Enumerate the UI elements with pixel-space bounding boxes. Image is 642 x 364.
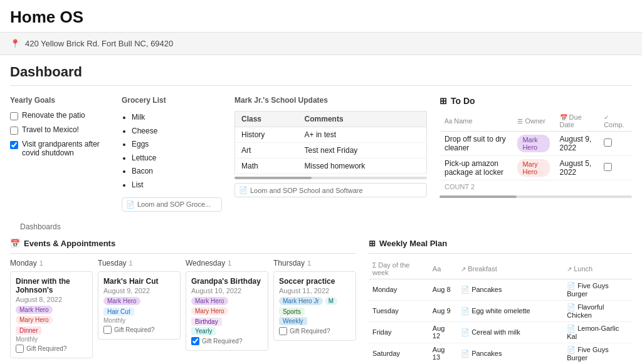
todo-title: To Do [451, 96, 475, 106]
list-item: Bacon [132, 165, 222, 179]
address: 420 Yellow Brick Rd. Fort Bull NC, 69420 [25, 39, 173, 48]
todo-due: August 9, 2022 [555, 132, 599, 156]
category-badge: Sports [279, 308, 305, 316]
yearly-goals-widget: Yearly Goals Renovate the patio Travel t… [10, 96, 117, 162]
meal-lunch: 📄Five Guys Burger [563, 279, 632, 300]
events-title: Events & Appointments [24, 239, 115, 248]
grocery-db-link[interactable]: 📄 Loom and SOP Groce... [122, 197, 222, 212]
school-updates-title: Mark Jr.'s School Updates [234, 96, 427, 105]
event-card: Dinner with the Johnson's August 8, 2022… [10, 271, 93, 358]
school-db-link[interactable]: 📄 Loom and SOP School and Software [234, 183, 427, 197]
meal-day: Friday [369, 321, 429, 343]
day-label: Wednesday [186, 259, 225, 268]
day-thursday: Thursday 1 Soccer practice August 11, 20… [273, 259, 356, 358]
meal-col-lunch: ↗ Lunch [563, 259, 632, 279]
gift-checkbox[interactable] [191, 337, 199, 345]
school-link-text: Loom and SOP School and Software [250, 187, 363, 194]
event-category: Sports [279, 308, 350, 316]
person-tag: Mark Hero [191, 297, 228, 305]
meal-table: Σ Day of the week Aa ↗ Breakfast ↗ Lunch… [369, 259, 632, 364]
event-category: Hair Cut [103, 308, 175, 316]
list-item: Cheese [132, 125, 222, 138]
event-tags: Mark Hero Mary Hero [16, 306, 87, 324]
person-tag: M [325, 297, 337, 305]
day-label: Monday [10, 259, 37, 268]
todo-owner: Mary Hero [512, 156, 554, 180]
todo-checkbox[interactable] [604, 163, 612, 171]
meal-col-aa: Aa [429, 259, 457, 279]
meal-breakfast: 📄Cereal with milk [457, 321, 563, 343]
meal-grid-icon: ⊞ [369, 239, 376, 248]
day-count: 1 [129, 259, 133, 267]
comment-cell: Missed homework [298, 159, 427, 174]
gift-label: Gift Required? [114, 326, 154, 333]
event-card: Mark's Hair Cut August 9, 2022 Mark Hero… [98, 271, 181, 340]
todo-name: Pick-up amazon package at locker [439, 156, 512, 180]
todo-count: COUNT 2 [439, 180, 632, 193]
gift-checkbox[interactable] [279, 327, 287, 335]
event-title: Soccer practice [279, 277, 350, 286]
meal-day: Saturday [369, 343, 429, 364]
owner-badge: Mary Hero [517, 159, 549, 177]
todo-col-name: Aa Name [439, 111, 512, 132]
goal-1-checkbox[interactable] [10, 112, 18, 120]
todo-checkbox[interactable] [604, 138, 612, 147]
event-date: August 9, 2022 [103, 287, 175, 294]
col-comments: Comments [298, 112, 427, 127]
day-count: 1 [39, 259, 43, 267]
event-title: Dinner with the Johnson's [16, 277, 87, 294]
event-category: Birthday [191, 318, 263, 326]
todo-grid-icon: ⊞ [439, 96, 447, 106]
meal-day: Monday [369, 279, 429, 300]
pin-icon: 📍 [10, 39, 20, 48]
grocery-list-title: Grocery List [122, 96, 222, 105]
gift-label: Gift Required? [290, 328, 330, 335]
grocery-list-widget: Grocery List Milk Cheese Eggs Lettuce Ba… [122, 96, 222, 212]
meal-day: Tuesday [369, 300, 429, 321]
calendar-icon: 📅 [10, 239, 20, 248]
category-badge: Dinner [16, 326, 41, 335]
goal-3-label: Visit grandparents after covid shutdown [22, 140, 117, 157]
list-item: Milk [132, 111, 222, 125]
day-wednesday: Wednesday 1 Grandpa's Birthday August 10… [186, 259, 268, 358]
category-badge: Hair Cut [103, 308, 134, 316]
person-tag: Mark Hero Jr [279, 297, 323, 305]
goal-1-label: Renovate the patio [22, 111, 85, 120]
class-cell: Math [235, 159, 298, 174]
recurrence: Monthly [103, 317, 175, 324]
grocery-link-text: Loom and SOP Groce... [137, 200, 211, 208]
goal-3-checkbox[interactable] [10, 141, 18, 149]
col-class: Class [235, 112, 298, 127]
gift-checkbox[interactable] [103, 326, 112, 334]
meal-date: Aug 13 [429, 343, 457, 364]
goal-2-checkbox[interactable] [10, 127, 18, 135]
meal-col-day: Σ Day of the week [369, 259, 429, 279]
meal-breakfast: 📄Pancakes [457, 279, 563, 300]
table-row: Pick-up amazon package at locker Mary He… [439, 156, 632, 180]
event-tags: Mark Hero Mary Hero [191, 297, 263, 315]
school-table: Class Comments History A+ in test Art Te… [234, 111, 427, 174]
header: Home OS 📍 420 Yellow Brick Rd. Fort Bull… [0, 0, 642, 55]
meal-breakfast: 📄Egg white omelette [457, 300, 563, 321]
table-row: Friday Aug 12 📄Cereal with milk 📄Lemon-G… [369, 321, 632, 343]
meal-lunch: 📄Lemon-Garlic Kal [563, 321, 632, 343]
day-label: Thursday [273, 259, 305, 268]
todo-col-owner: ☰ Owner [512, 111, 554, 132]
table-row: History A+ in test [235, 127, 427, 143]
meal-lunch: 📄Five Guys Burger [563, 343, 632, 364]
person-tag: Mary Hero [16, 316, 53, 324]
gift-row: Gift Required? [103, 326, 175, 334]
class-cell: History [235, 127, 298, 143]
day-tuesday: Tuesday 1 Mark's Hair Cut August 9, 2022… [98, 259, 181, 358]
meal-date: Aug 12 [429, 321, 457, 343]
todo-table: Aa Name ☰ Owner 📅 Due Date ✓ Comp. Drop … [439, 111, 632, 180]
todo-owner: Mark Hero [512, 132, 554, 156]
goal-item: Visit grandparents after covid shutdown [10, 140, 117, 157]
comment-cell: A+ in test [298, 127, 427, 143]
gift-row: Gift Required? [191, 337, 263, 345]
gift-checkbox[interactable] [16, 345, 24, 353]
event-card: Grandpa's Birthday August 10, 2022 Mark … [186, 271, 268, 351]
day-count: 1 [228, 259, 231, 267]
recurrence: Yearly [191, 327, 263, 335]
todo-col-comp: ✓ Comp. [599, 111, 632, 132]
